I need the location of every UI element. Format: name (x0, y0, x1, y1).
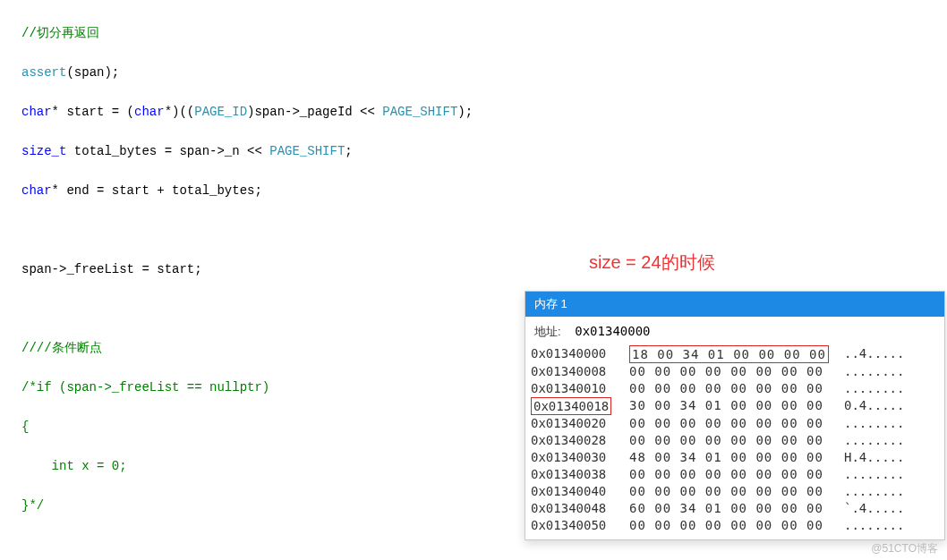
memory-bytes: 00 00 00 00 00 00 00 00 (629, 466, 844, 483)
code-text: total_bytes = span->_n << (66, 144, 269, 158)
memory-ascii: ........ (844, 466, 904, 483)
memory-window-title[interactable]: 内存 1 (525, 292, 944, 317)
memory-row[interactable]: 0x0134004860 00 34 01 00 00 00 00`.4....… (531, 500, 939, 517)
memory-row[interactable]: 0x0134003048 00 34 01 00 00 00 00H.4....… (531, 449, 939, 466)
memory-bytes: 00 00 00 00 00 00 00 00 (629, 517, 844, 534)
memory-bytes: 00 00 00 00 00 00 00 00 (629, 380, 844, 397)
memory-ascii: ........ (844, 432, 904, 449)
memory-ascii: ........ (844, 363, 904, 380)
assert-call: assert (21, 65, 66, 80)
memory-bytes: 48 00 34 01 00 00 00 00 (629, 449, 844, 466)
memory-window[interactable]: 内存 1 地址: 0x01340000 0x0134000018 00 34 0… (525, 291, 945, 540)
macro: PAGE_SHIFT (269, 144, 345, 158)
memory-address: 0x01340050 (531, 517, 629, 534)
memory-row[interactable]: 0x0134003800 00 00 00 00 00 00 00.......… (531, 466, 939, 483)
memory-address: 0x01340038 (531, 466, 629, 483)
memory-address: 0x01340000 (531, 345, 629, 363)
memory-ascii: 0.4..... (844, 397, 904, 415)
memory-bytes: 18 00 34 01 00 00 00 00 (629, 345, 844, 363)
memory-address: 0x01340010 (531, 380, 629, 397)
memory-ascii: ........ (844, 517, 904, 534)
code-text: (span); (66, 65, 119, 80)
memory-address: 0x01340020 (531, 415, 629, 432)
memory-ascii: ........ (844, 380, 904, 397)
macro: PAGE_ID (194, 105, 247, 119)
code-text: ; (345, 144, 352, 158)
address-label: 地址: (534, 325, 561, 338)
memory-bytes: 00 00 00 00 00 00 00 00 (629, 483, 844, 500)
annotation-text: size = 24的时候 (589, 250, 715, 275)
watermark: @51CTO博客 (871, 541, 938, 556)
code-comment: }*/ (21, 498, 44, 513)
code-comment: //切分再返回 (21, 26, 99, 40)
memory-ascii: ........ (844, 483, 904, 500)
memory-address: 0x01340040 (531, 483, 629, 500)
memory-address: 0x01340018 (531, 397, 629, 415)
code-comment: ////条件断点 (21, 341, 102, 355)
memory-row[interactable]: 0x0134000800 00 00 00 00 00 00 00.......… (531, 363, 939, 380)
code-text: )span->_pageId << (247, 105, 382, 119)
memory-bytes: 60 00 34 01 00 00 00 00 (629, 500, 844, 517)
memory-address: 0x01340048 (531, 500, 629, 517)
code-text: * start = ( (52, 105, 134, 119)
memory-rows: 0x0134000018 00 34 01 00 00 00 00..4....… (525, 344, 944, 539)
memory-row[interactable]: 0x0134004000 00 00 00 00 00 00 00.......… (531, 483, 939, 500)
memory-row[interactable]: 0x0134002000 00 00 00 00 00 00 00.......… (531, 415, 939, 432)
memory-ascii: ..4..... (844, 345, 904, 363)
memory-ascii: H.4..... (844, 449, 904, 466)
macro: PAGE_SHIFT (382, 105, 457, 119)
code-comment: { (21, 420, 29, 434)
code-comment: int x = 0; (21, 459, 127, 473)
memory-bytes: 00 00 00 00 00 00 00 00 (629, 363, 844, 380)
memory-row[interactable]: 0x0134001000 00 00 00 00 00 00 00.......… (531, 380, 939, 397)
memory-ascii: ........ (844, 415, 904, 432)
memory-address-bar: 地址: 0x01340000 (525, 317, 944, 344)
memory-address: 0x01340028 (531, 432, 629, 449)
code-text: *)(( (165, 105, 195, 119)
memory-row[interactable]: 0x0134005000 00 00 00 00 00 00 00.......… (531, 517, 939, 534)
memory-bytes: 00 00 00 00 00 00 00 00 (629, 432, 844, 449)
type-keyword: char (21, 105, 52, 119)
code-text: span->_freeList = start; (21, 259, 947, 279)
type-keyword: char (21, 183, 52, 198)
code-text: * end = start + total_bytes; (52, 183, 262, 198)
type-keyword: size_t (21, 144, 66, 158)
memory-row[interactable]: 0x0134002800 00 00 00 00 00 00 00.......… (531, 432, 939, 449)
type-keyword: char (134, 105, 165, 119)
memory-row[interactable]: 0x0134001830 00 34 01 00 00 00 000.4....… (531, 397, 939, 415)
memory-bytes: 30 00 34 01 00 00 00 00 (629, 397, 844, 415)
memory-address: 0x01340030 (531, 449, 629, 466)
memory-address: 0x01340008 (531, 363, 629, 380)
code-comment: /*if (span->_freeList == nullptr) (21, 380, 269, 395)
memory-bytes: 00 00 00 00 00 00 00 00 (629, 415, 844, 432)
code-text: ); (457, 105, 473, 119)
memory-ascii: `.4..... (844, 500, 904, 517)
address-input[interactable]: 0x01340000 (571, 322, 653, 340)
memory-row[interactable]: 0x0134000018 00 34 01 00 00 00 00..4....… (531, 345, 939, 363)
